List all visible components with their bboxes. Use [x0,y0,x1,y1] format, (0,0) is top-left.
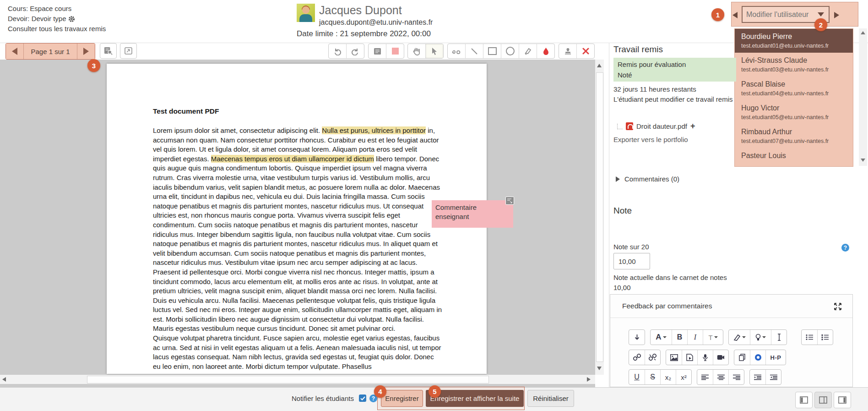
pdf-horizontal-scrollbar[interactable] [0,375,595,384]
notify-students-checkbox[interactable] [359,395,366,402]
microphone-icon [703,354,708,361]
previous-page-button[interactable] [6,44,23,59]
collapse-toolbar-button[interactable] [629,330,645,345]
rectangle-tool-button[interactable] [483,44,501,58]
user-option[interactable]: Pasteur Louis [735,148,853,167]
comments-toggle[interactable]: Commentaires (0) [616,175,679,183]
subscript-button[interactable]: x₂ [660,370,676,384]
font-size-button[interactable]: T [703,330,723,345]
comment-color-button[interactable] [386,44,404,58]
insert-image-button[interactable] [666,350,682,365]
text-color-button[interactable] [729,330,750,345]
highlighter-tool-button[interactable] [519,44,537,58]
record-video-button[interactable] [713,350,728,365]
assignment-link[interactable]: Devoir: Devoir type [8,15,66,22]
bold-button[interactable]: B [672,330,687,345]
expand-grade-panel-button[interactable] [834,392,851,408]
recordrtc-button[interactable] [750,350,765,365]
scroll-right-icon[interactable] [587,377,591,382]
pen-tool-button[interactable] [448,44,465,58]
annotation-color-button[interactable] [537,44,554,58]
scroll-left-icon[interactable] [2,377,6,382]
student-name: Jacques Dupont [319,4,402,17]
expand-view-button[interactable] [120,43,137,59]
pen-scribble-icon [452,48,461,55]
numbered-list-icon [821,334,829,340]
add-to-feedback-plus[interactable]: + [690,121,695,131]
page-indicator: Page 1 sur 1 [23,44,77,59]
submission-file-link[interactable]: Droit dauteur.pdf [636,122,687,130]
insert-media-button[interactable] [682,350,697,365]
paragraph-style-button[interactable]: A [651,330,672,345]
user-dropdown-chevron-icon[interactable] [818,12,824,16]
scrollbar-thumb[interactable] [596,72,603,362]
record-audio-button[interactable] [697,350,713,365]
grade-input[interactable] [613,253,650,269]
next-page-button[interactable] [77,44,95,59]
line-tool-button[interactable] [465,44,483,58]
reset-button[interactable]: Réinitialiser [527,390,574,407]
previous-user-arrow[interactable] [732,12,738,18]
align-center-button[interactable] [713,370,728,384]
scroll-down-icon[interactable] [597,367,602,370]
comment-tool-button[interactable] [369,44,386,58]
export-portfolio-link[interactable]: Exporter vers le portfolio [613,136,688,143]
scroll-up-icon[interactable] [597,64,602,67]
indent-button[interactable] [765,370,781,384]
page-navigation: Page 1 sur 1 [5,43,95,60]
stamp-tool-button[interactable] [559,44,576,58]
circle-tool-button[interactable] [501,44,519,58]
unlink-button[interactable] [645,350,660,365]
highlighter-icon [524,47,532,55]
pdf-vertical-scrollbar[interactable] [595,60,604,375]
link-button[interactable] [629,350,645,365]
highlight-color-button[interactable] [750,330,771,345]
feedback-editor: Feedback par commentaires A B I T [610,294,853,387]
default-layout-button[interactable] [814,392,832,408]
user-option[interactable]: Rimbaud Arthurtest.etudiant07@etu.univ-n… [735,124,853,148]
submission-status: Remis pour évaluation Noté [613,58,736,82]
user-option[interactable]: Lévi-Strauss Claudetest.etudiant03@etu.u… [735,53,853,77]
superscript-button[interactable]: x² [676,370,691,384]
delete-annotation-button[interactable] [576,44,594,58]
clear-format-button[interactable] [771,330,787,345]
next-user-arrow[interactable] [834,12,839,18]
teacher-comment-annotation[interactable]: Commentaire enseignant [432,200,513,228]
save-button[interactable]: Enregistrer [381,390,423,407]
collapse-review-panel-button[interactable] [795,392,813,408]
scroll-up-icon[interactable] [861,31,865,34]
user-list-scrollbar[interactable] [859,28,867,166]
indent-icon [770,374,777,380]
outdent-button[interactable] [750,370,765,384]
course-link[interactable]: Cours: Espace cours [8,5,71,12]
align-left-icon [701,374,709,380]
feedback-expand-icon[interactable] [834,303,841,310]
view-all-submissions-link[interactable]: Consulter tous les travaux remis [8,25,106,33]
scrollbar-thumb[interactable] [87,376,489,384]
h5p-button[interactable]: H-P [765,350,786,365]
grade-help-icon[interactable]: ? [841,244,849,252]
user-option[interactable]: Bourdieu Pierretest.etudiant01@etu.univ-… [735,29,853,53]
italic-button[interactable]: I [687,330,703,345]
numbered-list-button[interactable] [817,330,833,345]
undo-button[interactable] [329,44,346,58]
comment-menu-icon[interactable] [505,197,514,205]
hand-icon [412,47,421,55]
user-option[interactable]: Hugo Victortest.etudiant05@etu.univ-nant… [735,100,853,124]
align-left-button[interactable] [697,370,713,384]
notify-students-label: Notifier les étudiants [292,395,354,402]
user-option[interactable]: Pascal Blaisetest.etudiant04@etu.univ-na… [735,77,853,100]
strikethrough-button[interactable]: S [645,370,660,384]
bullet-list-button[interactable] [802,330,817,345]
settings-gear-icon[interactable] [68,16,75,22]
time-remaining: 32 jours 11 heures restants [613,85,696,93]
manage-files-button[interactable] [734,350,750,365]
scroll-down-icon[interactable] [861,159,865,162]
drag-hand-button[interactable] [408,44,425,58]
redo-button[interactable] [346,44,364,58]
search-comments-button[interactable] [100,43,117,59]
underline-button[interactable]: U [629,370,645,384]
step-badge-3: 3 [87,59,100,72]
select-tool-button[interactable] [425,44,443,58]
align-right-button[interactable] [728,370,744,384]
